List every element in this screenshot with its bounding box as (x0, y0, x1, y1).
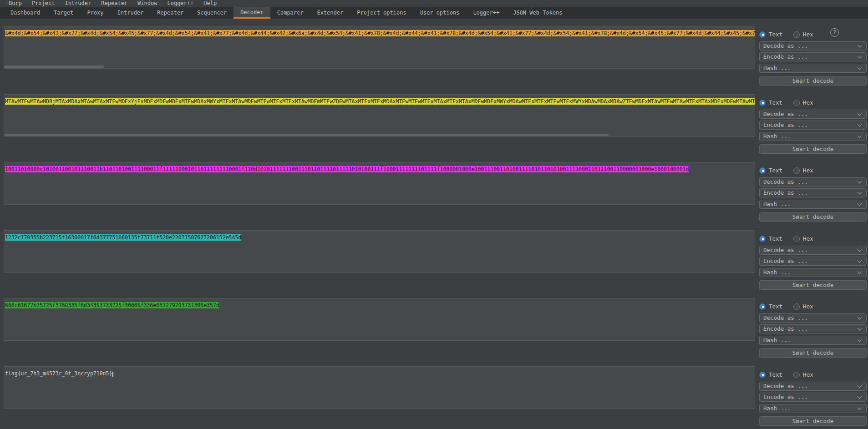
hex-radio[interactable] (793, 167, 800, 174)
horizontal-scrollbar[interactable] (4, 134, 755, 136)
text-radio-label: Text (769, 99, 782, 106)
hex-radio[interactable] (793, 31, 800, 38)
tab-sequencer[interactable]: Sequencer (190, 7, 233, 19)
mode-radio-group: Text Hex (759, 303, 813, 310)
tab-intruder[interactable]: Intruder (111, 7, 151, 19)
hash-dropdown[interactable]: Hash ... (759, 404, 867, 413)
encode-as-label: Encode as ... (763, 189, 808, 196)
decode-as-label: Decode as ... (763, 383, 808, 389)
smart-decode-button[interactable]: Smart decode (759, 76, 867, 86)
hex-radio[interactable] (793, 303, 800, 310)
hash-dropdown[interactable]: Hash ... (759, 336, 867, 345)
hash-dropdown[interactable]: Hash ... (759, 268, 867, 277)
hash-dropdown[interactable]: Hash ... (759, 132, 867, 141)
help-icon[interactable]: ? (830, 28, 839, 37)
text-radio[interactable] (759, 372, 766, 378)
decode-as-dropdown[interactable]: Decode as ... (759, 177, 867, 187)
tab-proxy[interactable]: Proxy (80, 7, 110, 19)
menu-window[interactable]: Window (132, 0, 162, 7)
text-radio[interactable] (759, 167, 766, 174)
chevron-down-icon (858, 326, 862, 331)
hex-radio[interactable] (793, 372, 800, 378)
decoder-textarea[interactable]: 10011010000c101001100101110011b110110100… (4, 162, 755, 205)
decode-as-label: Decode as ... (763, 247, 808, 253)
menu-repeater[interactable]: Repeater (96, 0, 132, 7)
encode-as-dropdown[interactable]: Encode as ... (759, 393, 867, 402)
scrollbar-thumb[interactable] (4, 134, 609, 136)
decode-as-dropdown[interactable]: Decode as ... (759, 110, 867, 119)
decoder-content: MTAwMTEwMTAwMDBjMTAxMDAxMTAwMTAxMTEwMDEx… (5, 98, 755, 105)
tab-repeater[interactable]: Repeater (150, 7, 190, 19)
tab-extender[interactable]: Extender (310, 7, 350, 19)
encode-as-dropdown[interactable]: Encode as ... (759, 188, 867, 197)
smart-decode-button[interactable]: Smart decode (759, 144, 867, 154)
mode-radio-group: Text Hex (759, 371, 813, 378)
encode-as-label: Encode as ... (763, 325, 808, 332)
hex-radio[interactable] (793, 100, 800, 106)
hash-dropdown[interactable]: Hash ... (759, 200, 867, 209)
chevron-down-icon (858, 202, 862, 206)
decoder-textarea[interactable]: &#x4d;&#x54;&#x41;&#x77;&#x4d;&#x54;&#x4… (4, 26, 755, 69)
hex-radio-label: Hex (803, 31, 813, 38)
hash-label: Hash ... (763, 201, 791, 207)
chevron-down-icon (858, 54, 862, 59)
encode-as-dropdown[interactable]: Encode as ... (759, 52, 867, 61)
text-radio[interactable] (759, 303, 766, 310)
smart-decode-button[interactable]: Smart decode (759, 212, 867, 222)
scrollbar-thumb[interactable] (4, 66, 104, 68)
tab-dashboard[interactable]: Dashboard (4, 7, 47, 19)
tab-loggerpp[interactable]: Logger++ (466, 7, 506, 19)
text-radio[interactable] (759, 100, 766, 106)
decoder-textarea[interactable]: 666c61677b75725f3768335f6d34353733725f30… (4, 298, 755, 341)
decode-as-label: Decode as ... (763, 111, 808, 117)
hex-radio[interactable] (793, 236, 800, 242)
menu-intruder[interactable]: Intruder (60, 0, 96, 7)
menu-help[interactable]: Help (198, 0, 222, 7)
chevron-down-icon (858, 258, 862, 263)
smart-decode-button[interactable]: Smart decode (759, 348, 867, 358)
menu-burp[interactable]: Burp (4, 0, 27, 7)
encode-as-dropdown[interactable]: Encode as ... (759, 121, 867, 130)
hex-radio-label: Hex (803, 99, 813, 106)
text-radio-label: Text (769, 371, 782, 378)
encode-as-label: Encode as ... (763, 394, 808, 400)
text-radio-label: Text (769, 303, 782, 310)
hash-label: Hash ... (763, 337, 791, 343)
encode-as-label: Encode as ... (763, 53, 808, 60)
text-radio-label: Text (769, 235, 782, 242)
encode-as-dropdown[interactable]: Encode as ... (759, 257, 867, 266)
smart-decode-button[interactable]: Smart decode (759, 416, 867, 426)
text-radio[interactable] (759, 31, 766, 38)
decoder-content: flag{ur_7h3_m4573r_0f_3ncryp710n5} (5, 370, 112, 377)
text-radio-label: Text (769, 167, 782, 174)
tab-target[interactable]: Target (47, 7, 80, 19)
menu-bar: Burp Project Intruder Repeater Window Lo… (0, 0, 868, 7)
decoder-textarea[interactable]: 1232c170355b223715f16300017f6d3777510601… (4, 230, 755, 273)
chevron-down-icon (858, 190, 862, 195)
decode-as-dropdown[interactable]: Decode as ... (759, 41, 867, 50)
encode-as-dropdown[interactable]: Encode as ... (759, 324, 867, 333)
decoder-unit-3: 10011010000c101001100101110011b110110100… (0, 162, 868, 230)
tab-comparer[interactable]: Comparer (270, 7, 310, 19)
chevron-down-icon (858, 134, 862, 138)
menu-project[interactable]: Project (27, 0, 60, 7)
chevron-down-icon (858, 315, 862, 320)
decoder-content: 10011010000c101001100101110011b110110100… (5, 166, 689, 172)
decode-as-label: Decode as ... (763, 178, 808, 185)
decoder-textarea[interactable]: flag{ur_7h3_m4573r_0f_3ncryp710n5} (4, 366, 755, 409)
hash-dropdown[interactable]: Hash ... (759, 64, 867, 73)
menu-loggerpp[interactable]: Logger++ (162, 0, 198, 7)
tab-json-web-tokens[interactable]: JSON Web Tokens (506, 7, 569, 19)
encode-as-label: Encode as ... (763, 121, 808, 128)
decoder-content: &#x4d;&#x54;&#x41;&#x77;&#x4d;&#x54;&#x4… (5, 30, 755, 36)
tab-project-options[interactable]: Project options (350, 7, 413, 19)
decode-as-dropdown[interactable]: Decode as ... (759, 382, 867, 391)
text-radio[interactable] (759, 236, 766, 242)
decode-as-dropdown[interactable]: Decode as ... (759, 246, 867, 255)
decode-as-dropdown[interactable]: Decode as ... (759, 313, 867, 323)
tab-decoder[interactable]: Decoder (233, 7, 270, 19)
horizontal-scrollbar[interactable] (4, 66, 755, 68)
tab-user-options[interactable]: User options (413, 7, 467, 19)
smart-decode-button[interactable]: Smart decode (759, 280, 867, 290)
decoder-textarea[interactable]: MTAwMTEwMTAwMDBjMTAxMDAxMTAwMTAxMTEwMDEx… (4, 94, 755, 137)
